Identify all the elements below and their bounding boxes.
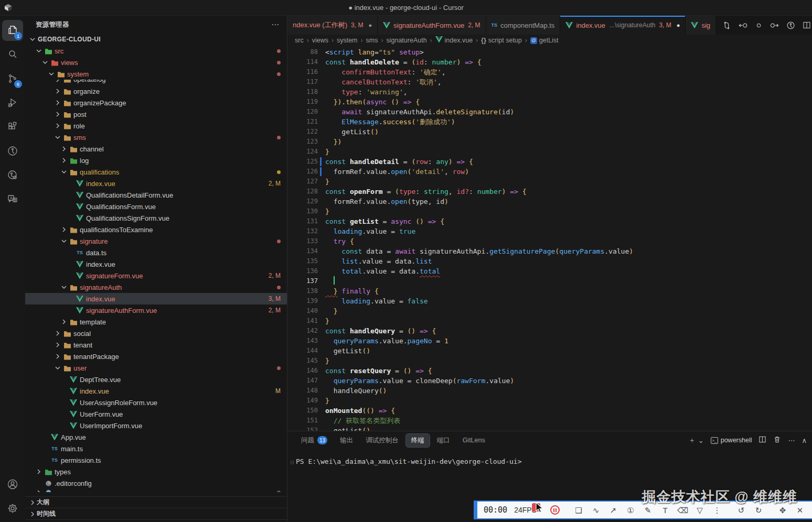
tree-item-index.vue[interactable]: index.vue3, M [25,293,287,304]
line-number[interactable]: 119 [287,97,318,107]
editor-tab-index.vue[interactable]: index.vue...\signatureAuth3, M● [560,16,686,35]
source-control-icon[interactable]: 6 [2,68,23,89]
editor-tab-signatureAuthForm.vue[interactable]: signatureAuthForm.vue2, M [378,16,486,35]
tree-item-operatelog[interactable]: operatelog [25,80,287,85]
tree-item-template[interactable]: template [25,316,287,328]
tree-item-user[interactable]: user [25,362,287,374]
line-number[interactable]: 128 [287,187,318,197]
new-terminal-icon[interactable]: ＋ [689,436,696,445]
line-number[interactable]: 141 [287,316,318,326]
line-number[interactable]: 142 [287,326,318,336]
git-graph-icon[interactable] [786,21,795,30]
tree-item-system[interactable]: system [25,68,287,80]
terminal-picker-chevron-icon[interactable]: ⌄ [698,437,704,444]
section-timeline[interactable]: 时间线 [25,508,287,519]
panel-tab-端口[interactable]: 端口 [432,434,455,447]
line-number[interactable]: 140 [287,306,318,316]
tree-item-signatureAuthForm.vue[interactable]: signatureAuthForm.vue2, M [25,304,287,316]
line-number[interactable]: 133 [287,236,318,246]
panel-tab-GitLens[interactable]: GitLens [457,434,490,446]
line-number[interactable]: 145 [287,356,318,366]
line-number[interactable]: 149 [287,396,318,406]
line-number[interactable]: 139 [287,296,318,306]
tree-item-main.ts[interactable]: TSmain.ts [25,443,287,454]
line-number[interactable]: 148 [287,386,318,396]
line-number[interactable]: 124 [287,147,318,157]
tree-item-types[interactable]: types [25,466,287,477]
line-number[interactable]: 131 [287,216,318,226]
line-number[interactable]: 130 [287,206,318,216]
previous-change-icon[interactable] [739,21,747,30]
panel-tab-调试控制台[interactable]: 调试控制台 [360,434,404,447]
line-number[interactable]: 88 [287,47,318,57]
extension-circle-badge-icon[interactable] [2,165,23,186]
terminal-instance-powershell[interactable]: >_powershell [711,437,752,444]
move-handle[interactable]: ✥ [777,506,788,514]
tree-item-UserAssignRoleForm.vue[interactable]: UserAssignRoleForm.vue [25,397,287,408]
breadcrumb-getList[interactable]: @getList [530,37,559,44]
breadcrumb-system[interactable]: system [337,37,358,44]
line-number[interactable]: 120 [287,107,318,117]
extensions-icon[interactable] [2,116,23,137]
line-number[interactable]: 118 [287,87,318,97]
breadcrumb-index.vue[interactable]: index.vue [435,36,473,45]
tree-item-DeptTree.vue[interactable]: DeptTree.vue [25,374,287,385]
tree-item-index.vue[interactable]: index.vue2, M [25,178,287,189]
line-number[interactable]: 151 [287,416,318,426]
line-number[interactable]: 134 [287,246,318,256]
breadcrumb-scriptsetup[interactable]: {}script setup [481,37,522,44]
undo-button[interactable]: ↺ [736,506,746,514]
tree-item-tenant[interactable]: tenant [25,339,287,351]
maximize-panel-icon[interactable]: ∧ [802,437,807,444]
tree-item-UserImportForm.vue[interactable]: UserImportForm.vue [25,420,287,431]
pencil-tool[interactable]: ✎ [643,506,653,514]
tree-item-App.vue[interactable]: App.vue [25,431,287,443]
tree-item[interactable] [25,489,287,492]
editor-tab-sig[interactable]: sig [686,16,716,35]
tree-item-qualifications[interactable]: qualifications [25,166,287,178]
tree-item-role[interactable]: role [25,120,287,132]
breadcrumb-sms[interactable]: sms [366,37,378,44]
line-number[interactable]: 122 [287,127,318,137]
highlight-tool[interactable]: ▽ [695,506,705,514]
line-number[interactable]: 121 [287,117,318,127]
redo-button[interactable]: ↻ [753,506,764,514]
tree-item-QualificationsSignForm.vue[interactable]: QualificationsSignForm.vue [25,212,287,224]
tree-item-signatureForm.vue[interactable]: signatureForm.vue2, M [25,270,287,281]
line-number[interactable]: 114 [287,57,318,67]
editor-tab-ndex.vue[interactable]: ndex.vue (工作树)3, M● [287,16,378,35]
panel-more-icon[interactable]: ⋯ [788,437,795,444]
line-number[interactable]: 116 [287,67,318,77]
tree-item-permission.ts[interactable]: TSpermission.ts [25,454,287,466]
section-outline[interactable]: 大纲 [25,496,287,508]
arrow-tool[interactable]: ↗ [608,506,618,514]
eraser-tool[interactable]: ⌫ [677,506,688,514]
line-number[interactable]: 138 [287,286,318,296]
extension-circle-icon[interactable] [2,140,23,161]
tree-item-QualificationsDetailForm.vue[interactable]: QualificationsDetailForm.vue [25,189,287,201]
breadcrumb-signatureAuth[interactable]: signatureAuth [386,37,426,44]
search-icon[interactable] [2,44,23,65]
tree-item-signatureAuth[interactable]: signatureAuth [25,281,287,293]
line-number[interactable]: 125 [287,157,318,167]
code-editor[interactable]: 88<script lang="ts" setup>114const handl… [287,46,812,431]
pause-button[interactable] [550,505,560,515]
shapes-tool[interactable]: ❏ [573,506,584,514]
change-dot-icon[interactable] [755,21,763,29]
split-terminal-icon[interactable] [758,436,766,445]
line-number[interactable]: 123 [287,137,318,147]
panel-tab-输出[interactable]: 输出 [335,434,358,447]
line-number[interactable]: 144 [287,346,318,356]
tree-item-organizePackage[interactable]: organizePackage [25,97,287,108]
tree-item-social[interactable]: social [25,328,287,339]
tree-item-src[interactable]: src [25,45,287,57]
tree-item-views[interactable]: views [25,57,287,68]
more-tools[interactable]: ⋮ [712,506,722,514]
line-number[interactable]: 136 [287,266,318,276]
text-tool[interactable]: T [660,506,670,514]
tree-item-sms[interactable]: sms [25,132,287,143]
line-number[interactable]: 129 [287,197,318,206]
line-number[interactable]: 135 [287,256,318,266]
tree-item-UserForm.vue[interactable]: UserForm.vue [25,408,287,420]
settings-gear-icon[interactable] [2,498,23,519]
